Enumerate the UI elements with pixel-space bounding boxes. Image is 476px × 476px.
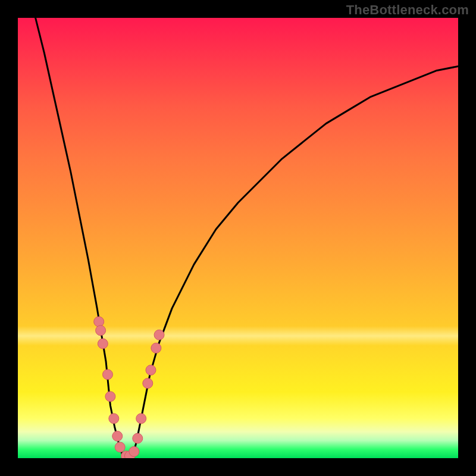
data-marker <box>154 330 164 340</box>
data-marker <box>112 431 123 441</box>
chart-svg <box>18 18 458 458</box>
data-marker <box>146 365 156 375</box>
chart-frame: TheBottleneck.com <box>0 0 476 476</box>
marker-group <box>94 317 164 458</box>
curve-right_curve <box>132 66 458 458</box>
plot-area <box>18 18 458 458</box>
data-marker <box>96 325 106 336</box>
data-marker <box>133 433 143 443</box>
data-marker <box>109 414 119 424</box>
data-marker <box>98 339 108 349</box>
data-marker <box>102 369 112 380</box>
series-group <box>36 18 458 458</box>
data-marker <box>136 414 146 424</box>
data-marker <box>129 446 139 456</box>
data-marker <box>94 317 104 327</box>
data-marker <box>151 343 161 353</box>
data-marker <box>115 442 125 452</box>
data-marker <box>143 378 153 389</box>
data-marker <box>105 392 115 402</box>
watermark-text: TheBottleneck.com <box>346 2 469 18</box>
